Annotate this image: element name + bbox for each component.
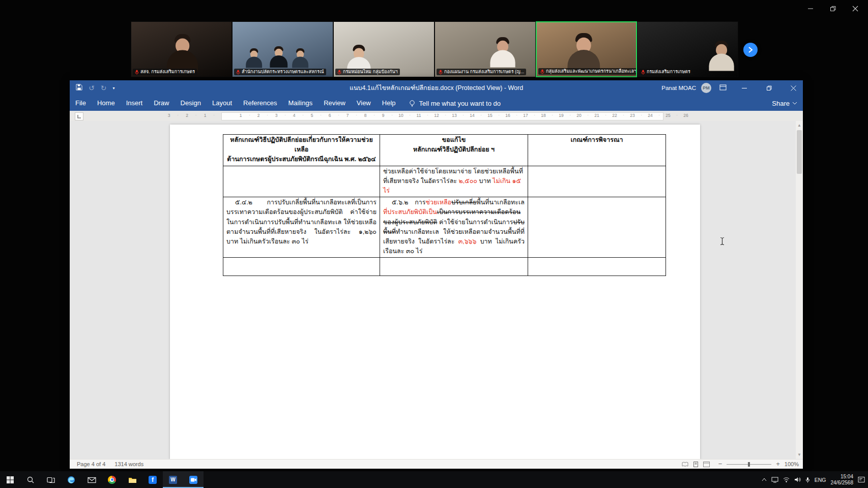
muted-mic-icon: [236, 70, 240, 75]
ruler-tick: ·: [498, 113, 500, 117]
zoom-slider-thumb[interactable]: [748, 462, 750, 467]
muted-mic-icon: [540, 69, 544, 74]
ruler-number: 19: [558, 113, 564, 118]
vertical-scrollbar[interactable]: ▲ ▼: [796, 121, 803, 460]
tab-design[interactable]: Design: [175, 96, 207, 111]
taskbar-clock[interactable]: 15:04 24/6/2568: [831, 474, 854, 486]
word-count[interactable]: 1314 words: [114, 461, 143, 467]
mail-taskbar-icon[interactable]: [81, 471, 102, 488]
ruler-number: 26: [683, 113, 689, 118]
ruler-number: 17: [523, 113, 529, 118]
read-mode-icon[interactable]: [682, 462, 688, 467]
notification-center-icon[interactable]: [858, 476, 865, 483]
word-close-icon[interactable]: [784, 80, 803, 96]
ruler-number: 23: [629, 113, 635, 118]
tab-file[interactable]: File: [70, 96, 92, 111]
table-cell: [528, 166, 666, 197]
edge-taskbar-icon[interactable]: [61, 471, 81, 488]
status-bar: Page 4 of 4 1314 words − + 100%: [70, 459, 803, 469]
ruler-number: 20: [576, 113, 582, 118]
scroll-up-icon[interactable]: ▲: [796, 122, 803, 129]
microphone-icon[interactable]: [805, 477, 810, 483]
zoom-taskbar-icon[interactable]: [183, 471, 204, 488]
tab-references[interactable]: References: [238, 96, 282, 111]
close-icon[interactable]: [848, 3, 863, 14]
ruler-number: 2: [255, 113, 262, 118]
chrome-taskbar-icon[interactable]: [102, 471, 122, 488]
hidden-icons-chevron-icon[interactable]: [762, 478, 767, 481]
tab-stop-selector[interactable]: [75, 112, 83, 120]
ruler-number: 7: [344, 113, 351, 118]
document-page[interactable]: หลักเกณฑ์วิธีปฏิบัติปลีกย่อยเกี่ยวกับการ…: [170, 125, 700, 460]
ruler-tick: ·: [302, 113, 304, 117]
save-icon[interactable]: [76, 84, 82, 92]
page-indicator[interactable]: Page 4 of 4: [77, 461, 105, 467]
participant-video[interactable]: กองแผนงาน กรมส่งเสริมการเกษตร (ญ...: [435, 21, 536, 77]
tab-draw[interactable]: Draw: [148, 96, 175, 111]
participant-name-label: กองแผนงาน กรมส่งเสริมการเกษตร (ญ...: [437, 69, 526, 75]
ruler-number: 14: [469, 113, 475, 118]
zoom-out-icon[interactable]: −: [718, 462, 722, 467]
participant-video[interactable]: กลุ่มส่งเสริมและพัฒนาเกษตรกรนาเกลือทะเลฯ: [536, 21, 637, 77]
facebook-taskbar-icon[interactable]: [142, 471, 163, 488]
lightbulb-icon: [409, 100, 416, 107]
zoom-level[interactable]: 100%: [785, 461, 799, 467]
ribbon-display-options-icon[interactable]: [716, 84, 730, 92]
minimize-icon[interactable]: [803, 3, 818, 14]
participant-video[interactable]: กรมหม่อนไหม กลุ่มป้องกันฯ: [333, 21, 435, 77]
tab-review[interactable]: Review: [318, 96, 351, 111]
user-avatar[interactable]: PM: [701, 83, 711, 93]
ruler-number: 3: [273, 113, 279, 118]
tab-home[interactable]: Home: [92, 96, 121, 111]
explorer-taskbar-icon[interactable]: [122, 471, 142, 488]
redo-icon[interactable]: ↻: [101, 84, 107, 92]
user-name[interactable]: Panat MOAC: [661, 85, 696, 91]
next-participants-button[interactable]: [743, 43, 758, 57]
wifi-icon[interactable]: [783, 477, 790, 482]
participant-video[interactable]: สสจ. กรมส่งเสริมการเกษตร: [131, 21, 232, 77]
horizontal-ruler[interactable]: 3·2·1·1·2·3·4·5·6·7·8·9·10·11·12·13·14·1…: [70, 111, 803, 121]
participant-video[interactable]: สำนักงานปลัดกระทรวงเกษตรและสหกรณ์: [232, 21, 333, 77]
word-minimize-icon[interactable]: [735, 80, 754, 96]
text-cursor-ibeam: [719, 237, 725, 248]
qat-customize-icon[interactable]: ▾: [112, 86, 114, 90]
table-cell: ๕.๔.๒ การปรับเกลี่ยพื้นที่นาเกลือทะเลที่…: [223, 197, 380, 258]
ruler-number: 5: [309, 113, 315, 118]
word-restore-icon[interactable]: [759, 80, 778, 96]
language-indicator[interactable]: ENG: [815, 477, 826, 483]
ruler-tick: ·: [356, 113, 358, 117]
ruler-tick: ·: [320, 113, 322, 117]
participant-video[interactable]: กรมส่งเสริมการเกษตร: [637, 21, 738, 77]
zoom-in-icon[interactable]: +: [776, 462, 780, 467]
ruler-tick: ·: [427, 113, 429, 117]
ruler-tick: ·: [338, 113, 340, 117]
scroll-down-icon[interactable]: ▼: [796, 451, 803, 459]
undo-icon[interactable]: ↺: [89, 84, 95, 92]
tell-me-box[interactable]: Tell me what you want to do: [409, 100, 501, 107]
participant-name-label: สสจ. กรมส่งเสริมการเกษตร: [133, 69, 197, 75]
participant-strip: สสจ. กรมส่งเสริมการเกษตรสำนักงานปลัดกระท…: [131, 21, 738, 77]
restore-icon[interactable]: [825, 3, 841, 14]
table-cell: [380, 258, 528, 276]
search-taskbar-icon[interactable]: [20, 471, 41, 488]
tab-view[interactable]: View: [351, 96, 377, 111]
ruler-number: 1: [238, 113, 244, 118]
muted-mic-icon: [439, 70, 443, 75]
ruler-tick: ·: [373, 113, 375, 117]
tab-mailings[interactable]: Mailings: [283, 96, 319, 111]
share-button[interactable]: Share: [772, 100, 797, 107]
display-icon[interactable]: [771, 477, 778, 483]
windows-taskbar-icon[interactable]: [0, 471, 20, 488]
table-cell: [223, 258, 380, 276]
volume-icon[interactable]: [794, 477, 801, 482]
zoom-slider[interactable]: [727, 464, 771, 465]
scrollbar-thumb[interactable]: [797, 130, 802, 174]
tab-layout[interactable]: Layout: [207, 96, 238, 111]
quick-access-toolbar: ↺ ↻ ▾: [70, 84, 114, 92]
print-layout-icon[interactable]: [692, 462, 699, 467]
taskview-taskbar-icon[interactable]: [41, 471, 61, 488]
word-taskbar-icon[interactable]: [163, 471, 183, 488]
web-layout-icon[interactable]: [703, 462, 710, 467]
tab-help[interactable]: Help: [377, 96, 401, 111]
tab-insert[interactable]: Insert: [121, 96, 149, 111]
